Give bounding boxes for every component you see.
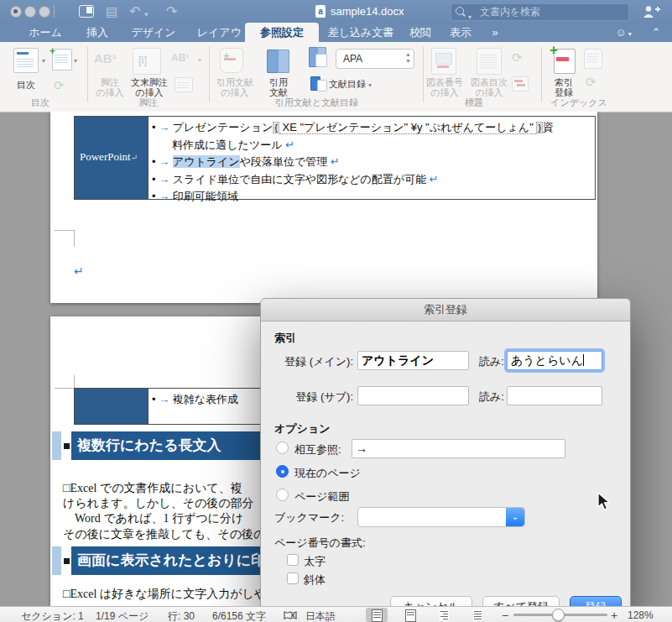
insert-table-of-figures-icon <box>477 48 502 75</box>
page-1[interactable]: PowerPoint↵ • → プレゼンテーション{ XE "プレゼンテーション… <box>50 112 597 303</box>
tab-design[interactable]: デザイン <box>126 23 181 42</box>
web-layout-view-button[interactable] <box>399 608 421 622</box>
tab-references[interactable]: 参照設定 <box>245 23 319 42</box>
bibliography-label[interactable]: 文献目録 ▾ <box>329 79 378 91</box>
minimize-window-button[interactable] <box>24 6 36 18</box>
citations-label[interactable]: 引用 文献 <box>262 77 295 97</box>
insert-footnote-icon: AB¹ <box>94 51 117 65</box>
table-body-cell[interactable]: • → プレゼンテーション{ XE "プレゼンテーション" ¥y "ぷれぜんてー… <box>152 119 591 206</box>
draft-view-icon <box>473 609 482 620</box>
search-input[interactable]: ▾ 文書内を検索 <box>451 3 629 21</box>
feedback-smiley-icon[interactable]: ☺ ▾ <box>612 23 634 42</box>
share-contact-icon[interactable] <box>643 5 661 18</box>
field-brace: } <box>536 122 543 133</box>
tab-mailings[interactable]: 差し込み文書 <box>324 23 398 42</box>
stepper-icon[interactable]: ▲▼ <box>405 51 411 65</box>
page-range-label: ページ範囲 <box>294 489 350 504</box>
zoom-out-button[interactable]: − <box>502 609 508 622</box>
status-section[interactable]: セクション: 1 <box>21 609 84 622</box>
print-layout-view-button[interactable] <box>366 608 388 622</box>
redo-icon[interactable]: ↷ <box>166 5 177 18</box>
toc-button[interactable] <box>13 48 39 73</box>
mark-button[interactable]: 登録 <box>570 596 622 606</box>
table-header-cell[interactable]: PowerPoint↵ <box>75 117 148 199</box>
bookmark-dropdown[interactable]: ⌄ <box>357 507 525 527</box>
sidebar-toggle-icon[interactable] <box>79 5 94 18</box>
insert-footnote-label: 脚注 の挿入 <box>91 77 129 97</box>
cancel-button[interactable]: キャンセル <box>390 596 472 606</box>
bookmark-dropdown-chevron-icon[interactable]: ⌄ <box>506 508 524 526</box>
dialog-title-bar[interactable]: 索引登録 <box>261 299 630 321</box>
citation-style-select[interactable]: APA ▲▼ <box>336 49 414 69</box>
table-header-cell[interactable] <box>75 389 148 424</box>
toc-dropdown-icon[interactable]: ▾ <box>42 57 45 65</box>
draft-view-button[interactable] <box>466 608 488 622</box>
zoom-slider-knob[interactable] <box>552 609 565 621</box>
tab-overflow[interactable]: » <box>485 23 505 42</box>
ribbon-divider <box>541 47 542 102</box>
save-icon[interactable]: ▤ <box>106 5 117 18</box>
current-page-radio[interactable] <box>276 465 289 478</box>
update-index-icon: ⟳ <box>586 76 596 88</box>
zoom-in-button[interactable]: + <box>611 609 617 622</box>
ribbon-tab-bar: ホーム 挿入 デザイン レイアウト 参照設定 差し込み文書 校閲 表示 » ☺ … <box>0 23 672 42</box>
bold-checkbox[interactable] <box>287 554 299 566</box>
zoom-window-button[interactable] <box>39 6 50 18</box>
toc-button-label: 目次 <box>13 80 39 90</box>
bullet-item: • → プレゼンテーション{ XE "プレゼンテーション" ¥y "ぷれぜんてー… <box>152 119 591 137</box>
update-toc-icon: ⟳ <box>54 79 65 91</box>
yomi2-input[interactable] <box>507 386 602 405</box>
group-label-index: インデックス <box>545 97 612 109</box>
document-table[interactable]: PowerPoint↵ • → プレゼンテーション{ XE "プレゼンテーション… <box>74 116 596 200</box>
sub-entry-input[interactable] <box>357 386 469 405</box>
current-page-label: 現在のページ <box>294 466 361 481</box>
zoom-percentage[interactable]: 128% <box>628 609 654 621</box>
tab-review[interactable]: 校閲 <box>404 23 436 42</box>
paragraph-mark: ↵ <box>74 264 84 278</box>
insert-caption-label: 図表番号 の挿入 <box>425 77 465 97</box>
close-window-button[interactable] <box>10 6 22 18</box>
page-range-radio[interactable] <box>276 489 289 501</box>
index-section-label: 索引 <box>274 331 296 346</box>
print-layout-icon <box>372 609 383 622</box>
undo-dropdown-icon[interactable]: ▾ <box>144 8 148 21</box>
status-char-count[interactable]: 6/6156 文字 <box>212 609 266 622</box>
mark-all-button[interactable]: すべて登録 <box>482 596 560 606</box>
field-brace: { <box>273 122 279 133</box>
insert-citation-label: 引用文献 の挿入 <box>213 77 257 97</box>
add-toc-icon[interactable]: + <box>52 49 72 71</box>
status-language[interactable]: 日本語 <box>305 609 336 622</box>
main-entry-input[interactable]: アウトライン <box>357 351 469 370</box>
group-label-footnotes: 脚注 <box>115 97 182 109</box>
mark-index-entry-label[interactable]: 索引 登録 <box>550 77 577 97</box>
proofing-book-icon[interactable] <box>284 611 297 620</box>
outline-view-button[interactable] <box>433 608 455 622</box>
group-label-captions: 標題 <box>449 97 499 109</box>
cross-reference-radio[interactable] <box>276 442 289 454</box>
add-toc-dropdown-icon[interactable]: ▾ <box>74 57 77 65</box>
search-icon <box>456 7 464 15</box>
collapse-ribbon-icon[interactable]: ⌃ <box>648 23 664 42</box>
cross-reference-input[interactable]: → <box>352 439 565 458</box>
ribbon-divider <box>87 47 88 102</box>
bullet-item: • → 印刷可能領域 <box>152 188 591 206</box>
insert-endnote-label[interactable]: 文末脚注 の挿入 <box>128 77 171 97</box>
tab-home[interactable]: ホーム <box>23 23 67 42</box>
outline-view-icon <box>440 609 449 620</box>
status-line[interactable]: 行: 30 <box>168 609 195 622</box>
undo-icon[interactable]: ↶ <box>129 5 140 18</box>
italic-checkbox[interactable] <box>287 572 299 584</box>
insert-table-of-figures-label: 図表目次 の挿入 <box>468 77 510 97</box>
search-placeholder: 文書内を検索 <box>480 4 540 19</box>
group-label-citations: 引用文献と文献目録 <box>252 97 382 109</box>
document-area: PowerPoint↵ • → プレゼンテーション{ XE "プレゼンテーション… <box>0 112 672 606</box>
status-page[interactable]: 1/19 ページ <box>96 609 148 622</box>
cross-reference-icon <box>512 76 529 91</box>
heading-bullet-icon <box>64 558 70 564</box>
tab-view[interactable]: 表示 <box>445 23 477 42</box>
insert-index-icon <box>584 49 602 69</box>
bullet-item: • → アウトラインや段落単位で管理 ↵ <box>152 154 591 171</box>
yomi-input[interactable]: あうとらいん <box>507 351 602 370</box>
insert-caption-icon <box>431 48 456 75</box>
tab-insert[interactable]: 挿入 <box>81 23 114 42</box>
